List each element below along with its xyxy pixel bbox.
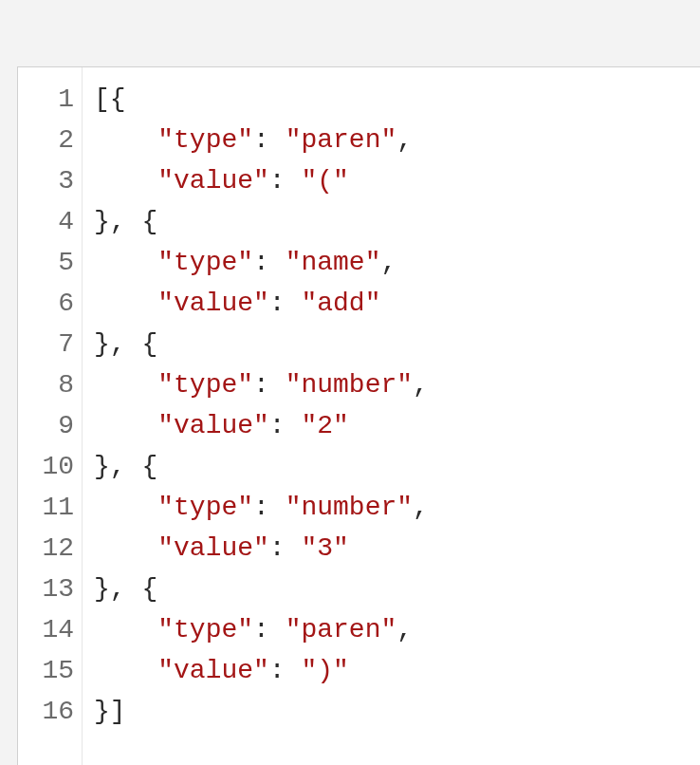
token-key: "value" [157, 656, 269, 685]
token-colon: : [253, 125, 286, 155]
indent [94, 125, 157, 155]
code-line[interactable]: "type": "number", [94, 487, 691, 528]
line-number: 14 [29, 609, 74, 650]
code-line[interactable]: "value": "(" [94, 160, 691, 201]
token-punct: , [413, 370, 429, 400]
line-number: 5 [29, 242, 74, 283]
line-number: 10 [29, 446, 74, 487]
token-string: "name" [286, 248, 381, 277]
token-colon: : [269, 166, 302, 196]
line-number: 15 [29, 650, 74, 691]
code-line[interactable]: "value": "add" [94, 283, 691, 324]
token-punct: }, { [94, 329, 157, 359]
token-key: "value" [157, 533, 269, 563]
indent [94, 533, 157, 563]
code-line[interactable]: "type": "paren", [94, 609, 691, 650]
indent [94, 493, 157, 522]
token-key: "type" [157, 248, 253, 277]
indent [94, 656, 157, 685]
code-line[interactable]: "value": ")" [94, 650, 691, 691]
token-colon: : [253, 615, 286, 644]
code-line[interactable]: }, { [94, 446, 691, 487]
line-number: 4 [29, 201, 74, 242]
token-punct: [{ [94, 84, 126, 114]
line-number: 11 [29, 487, 74, 528]
token-string: "number" [286, 370, 413, 400]
line-number: 9 [29, 405, 74, 446]
line-number: 13 [29, 569, 74, 609]
line-number: 7 [29, 324, 74, 364]
token-colon: : [253, 248, 286, 277]
token-punct: }] [94, 697, 126, 726]
line-number: 1 [29, 79, 74, 120]
token-key: "value" [157, 166, 269, 196]
code-line[interactable]: "type": "name", [94, 242, 691, 283]
code-line[interactable]: }] [94, 691, 691, 732]
token-punct: , [396, 125, 413, 155]
token-key: "value" [157, 411, 269, 440]
line-number: 8 [29, 364, 74, 405]
token-punct: }, { [94, 207, 157, 236]
token-colon: : [269, 533, 302, 563]
line-number: 2 [29, 120, 74, 160]
token-string: "3" [301, 533, 348, 563]
code-content[interactable]: [{ "type": "paren", "value": "("}, { "ty… [83, 67, 700, 765]
code-line[interactable]: "value": "2" [94, 405, 691, 446]
token-key: "type" [157, 615, 253, 644]
code-line[interactable]: "type": "number", [94, 364, 691, 405]
line-number: 3 [29, 160, 74, 201]
line-number: 16 [29, 691, 74, 732]
token-key: "type" [157, 125, 253, 155]
line-number-gutter: 12345678910111213141516 [18, 67, 83, 765]
token-string: "number" [286, 493, 413, 522]
token-colon: : [253, 370, 286, 400]
indent [94, 166, 157, 196]
code-editor[interactable]: 12345678910111213141516 [{ "type": "pare… [17, 66, 700, 765]
indent [94, 370, 157, 400]
indent [94, 411, 157, 440]
token-key: "value" [157, 289, 269, 318]
indent [94, 289, 157, 318]
code-line[interactable]: [{ [94, 79, 691, 120]
token-colon: : [253, 493, 286, 522]
indent [94, 615, 157, 644]
token-string: "(" [301, 166, 348, 196]
line-number: 6 [29, 283, 74, 324]
token-key: "type" [157, 370, 253, 400]
token-colon: : [269, 656, 302, 685]
indent [94, 248, 157, 277]
token-punct: , [413, 493, 429, 522]
token-key: "type" [157, 493, 253, 522]
token-punct: }, { [94, 574, 157, 604]
token-string: ")" [301, 656, 348, 685]
code-line[interactable]: }, { [94, 324, 691, 364]
token-string: "add" [301, 289, 380, 318]
token-punct: , [396, 615, 413, 644]
line-number: 12 [29, 528, 74, 569]
code-line[interactable]: "type": "paren", [94, 120, 691, 160]
token-string: "paren" [286, 615, 397, 644]
token-string: "2" [301, 411, 348, 440]
code-line[interactable]: "value": "3" [94, 528, 691, 569]
token-string: "paren" [286, 125, 397, 155]
code-line[interactable]: }, { [94, 201, 691, 242]
token-colon: : [269, 289, 302, 318]
token-punct: }, { [94, 452, 157, 481]
token-colon: : [269, 411, 302, 440]
code-line[interactable]: }, { [94, 569, 691, 609]
token-punct: , [380, 248, 396, 277]
